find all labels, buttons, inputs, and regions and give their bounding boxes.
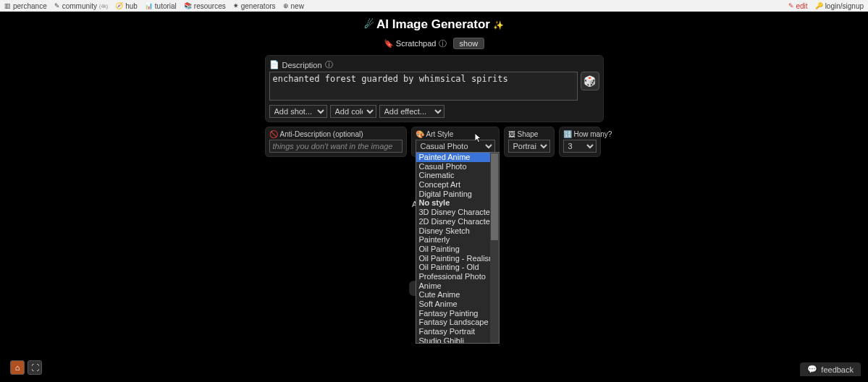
artstyle-select[interactable]: Casual Photo: [416, 140, 495, 153]
color-select[interactable]: Add color...: [330, 105, 376, 118]
artstyle-option[interactable]: Painted Anime: [416, 153, 490, 162]
artstyle-box: 🎨Art Style Casual Photo Painted AnimeCas…: [411, 127, 500, 157]
randomize-button[interactable]: 🎲: [581, 72, 599, 90]
nav-label: resources: [194, 2, 226, 10]
nav-label: generators: [241, 2, 276, 10]
resources-icon: 📚: [184, 2, 192, 9]
nav-label: tutorial: [155, 2, 177, 10]
howmany-label: How many?: [574, 130, 612, 138]
shape-label: Shape: [518, 130, 539, 138]
sparkle-icon: ✨: [493, 20, 504, 30]
home-button[interactable]: ⌂: [10, 360, 25, 375]
feedback-button[interactable]: 💬 feedback: [800, 362, 861, 376]
fullscreen-button[interactable]: ⛶: [28, 360, 42, 375]
effect-select[interactable]: Add effect...: [379, 105, 444, 118]
feedback-label: feedback: [821, 365, 854, 374]
artstyle-option[interactable]: Oil Painting - Realism: [416, 254, 490, 263]
nav-generators[interactable]: ✷generators: [233, 2, 276, 10]
login-link[interactable]: 🔑login/signup: [815, 2, 864, 10]
artstyle-option[interactable]: Studio Ghibli: [416, 336, 490, 343]
artstyle-option[interactable]: 3D Disney Character: [416, 208, 490, 217]
artstyle-label: Art Style: [426, 130, 454, 138]
artstyle-option[interactable]: Soft Anime: [416, 300, 490, 309]
artstyle-option[interactable]: Cinematic: [416, 171, 490, 180]
artstyle-option[interactable]: Painterly: [416, 235, 490, 245]
no-icon: 🚫: [269, 130, 278, 138]
artstyle-option[interactable]: 2D Disney Character: [416, 217, 490, 226]
shot-select[interactable]: Add shot...: [269, 105, 327, 118]
tutorial-icon: 📊: [145, 2, 153, 9]
bookmark-icon: 🔖: [384, 39, 394, 48]
home-icon: ⌂: [15, 363, 20, 372]
perchance-icon: ▥: [4, 2, 11, 9]
artstyle-option[interactable]: Fantasy Painting: [416, 309, 490, 318]
number-icon: 🔢: [563, 130, 572, 138]
artstyle-option[interactable]: Oil Painting - Old: [416, 263, 490, 272]
controls-row: 🚫Anti-Description (optional) 🎨Art Style …: [265, 127, 604, 157]
frame-icon: 🖼: [508, 130, 515, 138]
artstyle-option[interactable]: Concept Art: [416, 180, 490, 190]
nav-perchance[interactable]: ▥perchance: [4, 2, 47, 10]
hub-icon: 🧭: [115, 2, 123, 9]
expand-icon: ⛶: [31, 363, 39, 372]
artstyle-option[interactable]: Cute Anime: [416, 290, 490, 300]
description-label: Description: [282, 61, 322, 69]
chat-icon: 💬: [807, 365, 817, 374]
shape-box: 🖼Shape Portrait: [504, 127, 555, 157]
scratchpad-label: Scratchpad: [396, 39, 437, 48]
artstyle-option[interactable]: Oil Painting: [416, 245, 490, 254]
howmany-select[interactable]: 3: [563, 140, 597, 153]
artstyle-option[interactable]: Casual Photo: [416, 162, 490, 171]
comet-icon: ☄: [364, 18, 374, 30]
scratchpad-row: 🔖 Scratchpad ⓘ show: [3, 38, 865, 49]
dice-icon: 🎲: [583, 75, 596, 87]
topbar: ▥perchance✎community(4k)🧭hub📊tutorial📚re…: [0, 0, 868, 12]
palette-icon: 🎨: [416, 130, 424, 138]
info-icon: ⓘ: [439, 39, 447, 48]
description-panel: 📄 Description ⓘ 🎲 Add shot... Add color.…: [265, 55, 604, 122]
nav-label: community: [62, 2, 97, 10]
artstyle-option[interactable]: No style: [416, 198, 490, 208]
howmany-box: 🔢How many? 3: [559, 127, 601, 157]
nav-label: new: [291, 2, 304, 10]
new-icon: ⊕: [283, 2, 289, 9]
main-area: ☄AI Image Generator✨ 🔖 Scratchpad ⓘ show…: [3, 12, 865, 379]
artstyle-option[interactable]: Professional Photo: [416, 272, 490, 281]
nav-new[interactable]: ⊕new: [283, 2, 304, 10]
community-icon: ✎: [54, 2, 60, 9]
nav-hub[interactable]: 🧭hub: [115, 2, 138, 10]
scrollbar-thumb[interactable]: [491, 153, 498, 240]
nav-tutorial[interactable]: 📊tutorial: [145, 2, 177, 10]
artstyle-option[interactable]: Fantasy Landscape: [416, 318, 490, 327]
generators-icon: ✷: [233, 2, 239, 9]
nav-label: perchance: [13, 2, 47, 10]
artstyle-option[interactable]: Disney Sketch: [416, 226, 490, 236]
edit-link[interactable]: ✎edit: [788, 2, 808, 10]
artstyle-dropdown[interactable]: Painted AnimeCasual PhotoCinematicConcep…: [416, 152, 500, 344]
dropdown-scrollbar[interactable]: [490, 153, 499, 343]
artstyle-option[interactable]: Fantasy Portrait: [416, 327, 490, 336]
description-input[interactable]: [269, 72, 578, 101]
shape-select[interactable]: Portrait: [508, 140, 550, 153]
anti-description-input[interactable]: [269, 140, 403, 153]
nav-community[interactable]: ✎community(4k): [54, 2, 108, 10]
nav-label: hub: [125, 2, 138, 10]
anti-label: Anti-Description (optional): [280, 130, 363, 138]
anti-description-box: 🚫Anti-Description (optional): [265, 127, 407, 157]
page-icon: 📄: [269, 60, 279, 69]
page-title: ☄AI Image Generator✨: [3, 17, 865, 32]
info-icon: ⓘ: [325, 59, 333, 70]
nav-resources[interactable]: 📚resources: [184, 2, 226, 10]
bottom-left-toolbar: ⌂ ⛶: [10, 360, 42, 375]
scratchpad-show-button[interactable]: show: [453, 38, 485, 49]
artstyle-option[interactable]: Digital Painting: [416, 190, 490, 199]
artstyle-option[interactable]: Anime: [416, 281, 490, 291]
